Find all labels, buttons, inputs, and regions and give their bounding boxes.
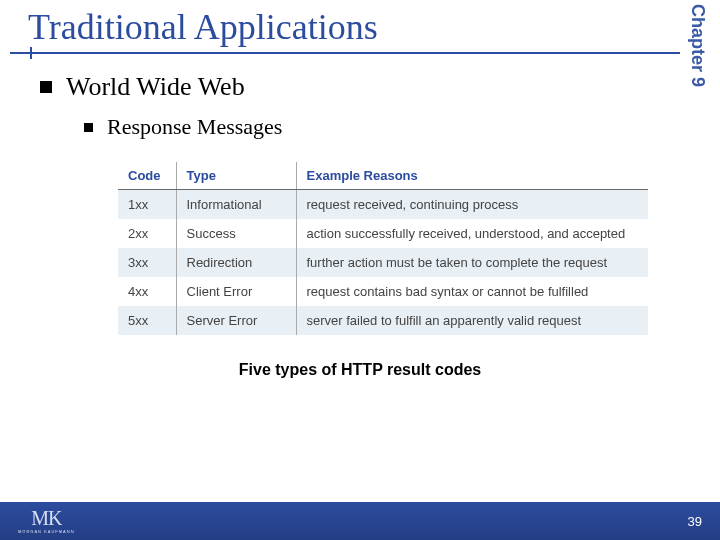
slide-title: Traditional Applications (10, 6, 680, 48)
content-area: World Wide Web Response Messages Code Ty… (0, 56, 720, 379)
table-caption: Five types of HTTP result codes (40, 361, 680, 379)
cell-reason: server failed to fulfill an apparently v… (296, 306, 648, 335)
title-bar: Traditional Applications (10, 6, 680, 56)
table-header-reason: Example Reasons (296, 162, 648, 190)
cell-code: 5xx (118, 306, 176, 335)
cell-code: 4xx (118, 277, 176, 306)
logo-main: MK (31, 508, 61, 528)
cell-code: 2xx (118, 219, 176, 248)
publisher-logo: MK MORGAN KAUFMANN (18, 508, 75, 534)
cell-reason: further action must be taken to complete… (296, 248, 648, 277)
table-row: 5xx Server Error server failed to fulfil… (118, 306, 648, 335)
cell-type: Server Error (176, 306, 296, 335)
page-number: 39 (688, 514, 702, 529)
table-row: 4xx Client Error request contains bad sy… (118, 277, 648, 306)
cell-type: Client Error (176, 277, 296, 306)
outline-level2: Response Messages (84, 114, 680, 140)
outline-level1: World Wide Web (40, 72, 680, 102)
table-header-code: Code (118, 162, 176, 190)
title-rule (10, 52, 680, 54)
outline-level2-text: Response Messages (107, 114, 282, 140)
table-header-type: Type (176, 162, 296, 190)
cell-type: Informational (176, 190, 296, 220)
table-header-row: Code Type Example Reasons (118, 162, 648, 190)
table-row: 3xx Redirection further action must be t… (118, 248, 648, 277)
cell-reason: request contains bad syntax or cannot be… (296, 277, 648, 306)
chapter-label: Chapter 9 (687, 0, 708, 87)
cell-type: Redirection (176, 248, 296, 277)
bullet-icon (84, 123, 93, 132)
bullet-icon (40, 81, 52, 93)
cell-code: 1xx (118, 190, 176, 220)
cell-type: Success (176, 219, 296, 248)
outline-level1-text: World Wide Web (66, 72, 245, 102)
cell-reason: request received, continuing process (296, 190, 648, 220)
table-row: 1xx Informational request received, cont… (118, 190, 648, 220)
footer-bar: MK MORGAN KAUFMANN 39 (0, 502, 720, 540)
cell-code: 3xx (118, 248, 176, 277)
logo-sub: MORGAN KAUFMANN (18, 529, 75, 534)
cell-reason: action successfully received, understood… (296, 219, 648, 248)
http-codes-table: Code Type Example Reasons 1xx Informatio… (118, 162, 648, 335)
table-row: 2xx Success action successfully received… (118, 219, 648, 248)
